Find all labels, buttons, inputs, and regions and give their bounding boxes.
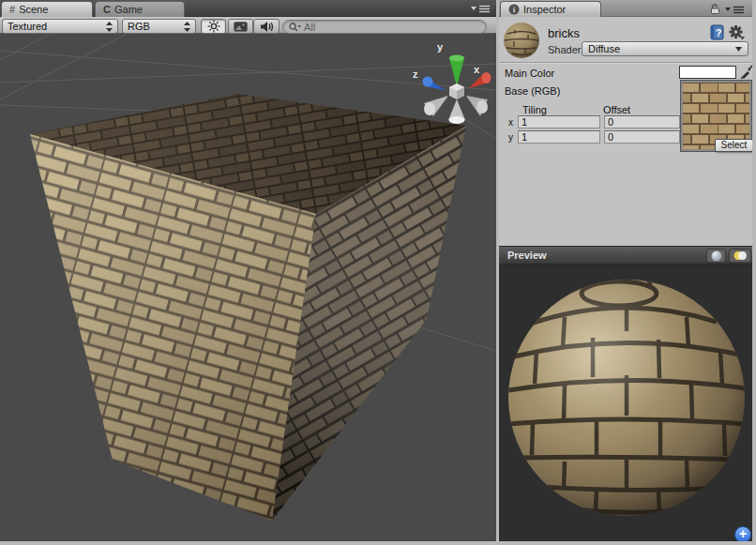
shader-value: Diffuse — [588, 43, 620, 54]
search-input[interactable] — [304, 22, 463, 33]
tab-scene-label: Scene — [19, 4, 48, 15]
sphere-icon — [711, 250, 722, 262]
lighting-toggle-button[interactable] — [201, 19, 226, 34]
tab-scene[interactable]: # Scene — [1, 1, 93, 17]
unity-editor-window: # Scene C Game Textured RGB — [0, 0, 756, 545]
eyedropper-icon[interactable] — [740, 64, 753, 79]
updown-arrows-icon — [184, 22, 190, 32]
row-x-label: x — [508, 117, 513, 128]
tiling-column-label: Tiling — [522, 104, 547, 115]
gizmo-y-label: y — [437, 41, 444, 53]
two-lights-icon — [733, 250, 748, 261]
preview-canvas[interactable]: + — [499, 265, 752, 541]
header-divider — [499, 62, 752, 64]
preview-lighting-button[interactable] — [729, 249, 751, 263]
preview-header[interactable]: Preview — [499, 246, 752, 265]
render-mode-dropdown[interactable]: Textured — [2, 19, 118, 34]
sun-icon — [207, 20, 220, 33]
tab-inspector[interactable]: i Inspector — [500, 1, 601, 17]
tab-inspector-label: Inspector — [523, 4, 566, 15]
offset-y-input[interactable] — [604, 130, 680, 144]
search-icon — [289, 23, 301, 32]
select-texture-button[interactable]: Select — [715, 139, 753, 152]
preview-sphere-button[interactable] — [706, 249, 726, 263]
skybox-toggle-button[interactable] — [228, 19, 253, 34]
lock-icon[interactable] — [710, 4, 720, 14]
audio-toggle-button[interactable] — [253, 19, 280, 34]
inspector-panel: bricks Shader Diffuse ? Main Col — [499, 17, 752, 246]
shader-label: Shader — [548, 44, 581, 55]
gear-icon[interactable] — [729, 24, 746, 40]
info-icon: i — [508, 4, 520, 15]
render-mode-value: Textured — [8, 21, 47, 32]
offset-column-label: Offset — [603, 104, 630, 115]
scene-panel-menu-icon[interactable] — [470, 4, 491, 14]
chevron-down-icon — [735, 47, 742, 52]
window-border-bottom — [0, 541, 756, 545]
color-channel-dropdown[interactable]: RGB — [122, 19, 196, 34]
sphere-shading — [508, 280, 745, 516]
color-channel-value: RGB — [128, 21, 150, 32]
shader-dropdown[interactable]: Diffuse — [582, 41, 748, 56]
tab-game[interactable]: C Game — [95, 1, 185, 17]
speaker-icon — [260, 21, 274, 33]
tiling-x-input[interactable] — [518, 115, 600, 129]
inspector-tab-strip: i Inspector — [499, 0, 752, 17]
preview-title: Preview — [499, 250, 547, 261]
main-color-label: Main Color — [505, 68, 554, 79]
svg-text:?: ? — [716, 27, 722, 38]
updown-arrows-icon — [106, 22, 113, 32]
material-name: bricks — [548, 26, 580, 40]
offset-x-input[interactable] — [604, 115, 680, 129]
gizmo-z-label: z — [413, 68, 418, 80]
game-icon: C — [103, 4, 111, 15]
scene-search-field[interactable] — [282, 20, 487, 34]
gizmo-x-label: x — [474, 64, 480, 75]
inspector-panel-menu-icon[interactable] — [724, 5, 745, 15]
tiling-y-input[interactable] — [518, 130, 600, 144]
scene-toolbar: Textured RGB — [0, 17, 496, 34]
scene-tab-strip: # Scene C Game — [0, 0, 496, 17]
tab-game-label: Game — [114, 4, 143, 15]
window-border-right — [752, 0, 756, 545]
main-color-swatch[interactable] — [679, 66, 736, 79]
grid-icon: # — [9, 4, 15, 15]
scene-viewport[interactable]: y x z — [0, 34, 496, 541]
help-icon[interactable]: ? — [710, 24, 724, 40]
row-y-label: y — [508, 132, 513, 143]
material-preview-thumb[interactable] — [503, 22, 540, 59]
base-rgb-label: Base (RGB) — [505, 85, 560, 97]
image-icon — [234, 22, 248, 32]
